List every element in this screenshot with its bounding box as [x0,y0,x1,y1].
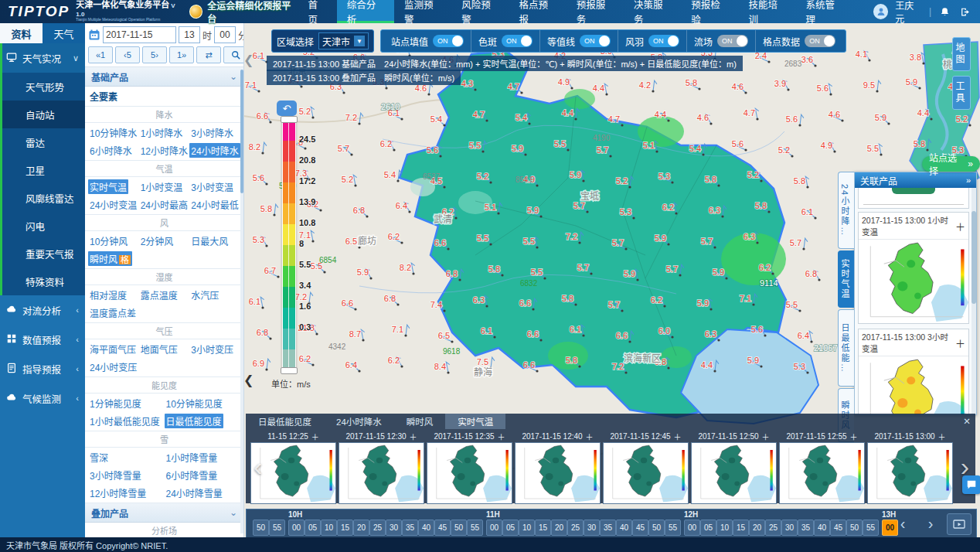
thumbnail-tab-日最低能见度[interactable]: 日最低能见度 [246,414,324,429]
date-input[interactable] [103,26,176,43]
time-cell-3[interactable]: 05 [305,520,321,536]
product-item-24小时最高[interactable]: 24小时最高 [139,197,189,212]
product-item-10分钟风[interactable]: 10分钟风 [88,233,129,248]
time-cell-19[interactable]: 25 [567,520,584,536]
related-card[interactable]: 2017-11-15 13:00 1小时变温 ＋ [858,212,969,324]
nav-item-风险预警[interactable]: 风险预警 [451,0,509,23]
calendar-icon[interactable] [88,28,100,42]
product-item-10分钟降水[interactable]: 10分钟降水 [88,125,138,140]
time-cell-2[interactable]: 00 [288,520,305,536]
product-item-瞬时风[interactable]: 瞬时风格 [88,251,132,266]
nav-item-综合分析[interactable]: 综合分析 [337,0,394,23]
timeline-thumbnail[interactable]: 2017-11-15 12:50＋ [691,431,777,504]
product-item-水汽压[interactable]: 水汽压 [189,288,220,302]
product-item-24小时降水[interactable]: 24小时降水 [189,143,240,158]
sidebar-item-雷达[interactable]: 雷达 [2,128,85,156]
toggle-switch-格点数据[interactable]: ON [805,35,835,47]
time-cell-29[interactable]: 15 [733,520,749,536]
region-dropdown[interactable]: 天津市 ▼ [318,32,369,49]
time-cell-34[interactable]: 40 [814,520,830,536]
timeline-thumbnail[interactable]: 2017-11-15 12:35＋ [427,431,512,504]
time-cell-36[interactable]: 50 [846,520,863,536]
product-item-雪深[interactable]: 雪深 [88,450,110,465]
thumbnail-tab-24小时降水[interactable]: 24小时降水 [324,414,394,429]
feedback-icon[interactable] [962,475,980,494]
product-group-header-基础产品[interactable]: 基础产品⌄ [85,67,243,87]
timeline-prev-arrow[interactable]: ‹ [891,514,914,533]
time-cell-16[interactable]: 10 [519,520,535,536]
time-cell-33[interactable]: 35 [798,520,814,536]
product-item-1小时降雪量[interactable]: 1小时降雪量 [165,450,219,465]
time-step-1»[interactable]: 1» [169,46,194,63]
thumbnail-tab-实时气温[interactable]: 实时气温 [445,414,505,429]
logout-icon[interactable] [959,5,972,19]
toggle-switch-等值线[interactable]: ON [580,35,611,47]
map-corner-button-工具[interactable]: 工具 [952,76,971,110]
loop-icon[interactable]: ⇄ [196,46,221,63]
user-name[interactable]: 王庆元 [895,0,922,25]
product-item-24小时变压[interactable]: 24小时变压 [88,359,138,374]
thumbnail-tab-瞬时风[interactable]: 瞬时风 [394,414,446,429]
sidebar-group-row-天气实况[interactable]: 天气实况 ∨ [2,43,85,73]
related-card-thumbnail[interactable] [859,356,968,414]
product-item-1小时最低能见度[interactable]: 1小时最低能见度 [88,414,162,428]
nav-item-技能培训[interactable]: 技能培训 [738,0,795,23]
time-cell-27[interactable]: 05 [700,520,716,536]
sidebar-item-自动站[interactable]: 自动站 [2,101,85,128]
time-cell-6[interactable]: 20 [353,520,369,536]
nav-item-系统管理[interactable]: 系统管理 [796,0,853,23]
product-item-2分钟风[interactable]: 2分钟风 [139,233,175,248]
element-tab-实时气温[interactable]: 实时气温 [838,250,854,308]
product-item-3小时变温[interactable]: 3小时变温 [189,179,235,194]
product-item-12小时降水[interactable]: 12小时降水 [139,143,189,158]
time-cell-20[interactable]: 30 [584,520,600,536]
time-cell-24[interactable]: 50 [648,520,665,536]
legend-handle-bottom[interactable] [281,367,298,374]
nav-item-格点预报[interactable]: 格点预报 [509,0,566,23]
time-cell-37[interactable]: 55 [863,520,879,536]
toggle-switch-风羽[interactable]: ON [648,35,679,47]
time-cell-10[interactable]: 40 [418,520,434,536]
product-item-12小时降雪量[interactable]: 12小时降雪量 [88,486,148,500]
product-item-温度露点差[interactable]: 温度露点差 [88,305,138,320]
sidebar-tab-资料[interactable]: 资料 [0,23,43,43]
notification-bell-icon[interactable] [938,5,951,19]
add-icon[interactable]: ＋ [674,431,682,442]
product-item-实时气温[interactable]: 实时气温 [88,179,128,194]
add-icon[interactable]: ＋ [498,431,505,442]
time-cell-28[interactable]: 10 [716,520,733,536]
timeline-thumbnail[interactable]: 2017-11-15 12:45＋ [603,431,689,504]
product-panel-scrollbar[interactable] [240,70,243,533]
legend-handle-top[interactable] [281,116,298,123]
product-item-24小时变温[interactable]: 24小时变温 [88,197,138,212]
hour-input[interactable] [179,26,200,43]
sidebar-item-闪电[interactable]: 闪电 [2,212,85,240]
nav-item-监测预警[interactable]: 监测预警 [394,0,451,23]
product-item-露点温度[interactable]: 露点温度 [139,288,179,302]
product-item-24小时降雪量[interactable]: 24小时降雪量 [165,486,224,500]
product-item-6小时降水[interactable]: 6小时降水 [88,143,134,158]
related-panel-scrollbar[interactable] [971,188,976,414]
time-cell-12[interactable]: 50 [451,520,467,536]
time-cell-4[interactable]: 10 [321,520,337,536]
add-icon[interactable]: ＋ [586,431,594,442]
time-cell-31[interactable]: 25 [765,520,781,536]
add-icon[interactable]: ＋ [311,431,319,442]
time-cell-35[interactable]: 45 [830,520,846,536]
time-cell-30[interactable]: 20 [749,520,765,536]
panel-collapse-arrow-top[interactable]: ❮ [243,53,254,67]
time-step-5›[interactable]: 5› [142,46,167,63]
product-item-10分钟能见度[interactable]: 10分钟能见度 [165,396,224,411]
product-item-24小时最低[interactable]: 24小时最低 [189,197,240,212]
add-icon[interactable]: ＋ [850,431,858,442]
product-item-6小时降雪量[interactable]: 6小时降雪量 [165,468,219,482]
map-canvas[interactable]: 6.15.26.65.14.65.34.23.95.85.32.43.64.13… [243,23,980,537]
time-cell-21[interactable]: 35 [600,520,616,536]
nav-item-预报检验[interactable]: 预报检验 [681,0,738,23]
time-cell-32[interactable]: 30 [781,520,798,536]
product-group-header-叠加产品[interactable]: 叠加产品⌄ [85,503,243,523]
product-item-地面气压[interactable]: 地面气压 [139,342,179,356]
element-tab-24小时降…[interactable]: 24小时降… [838,172,854,249]
product-item-海平面气压[interactable]: 海平面气压 [88,342,138,356]
nav-item-决策服务[interactable]: 决策服务 [624,0,681,23]
